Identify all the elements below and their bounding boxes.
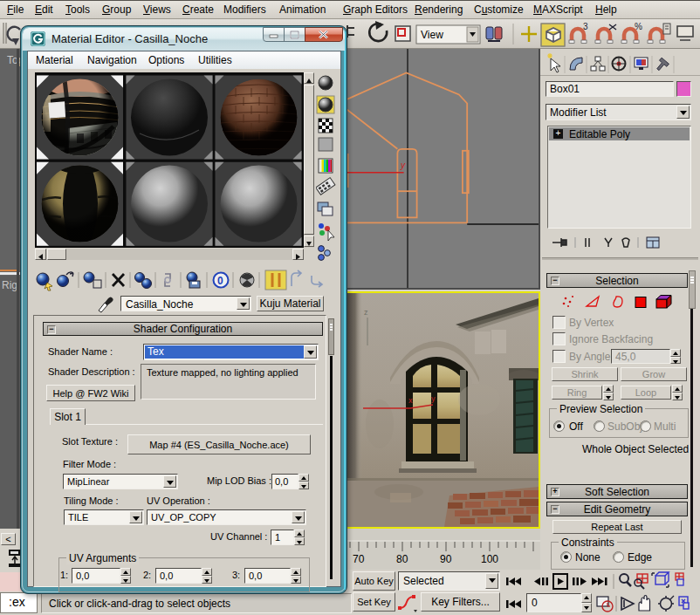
svg-text:%: % xyxy=(635,22,642,31)
svg-text:y: y xyxy=(400,161,406,170)
svg-text:90: 90 xyxy=(440,553,452,565)
svg-text:View: View xyxy=(421,29,443,41)
svg-text:70: 70 xyxy=(353,553,365,565)
svg-text:z: z xyxy=(364,308,368,317)
svg-text:x: x xyxy=(408,396,413,405)
svg-text:100: 100 xyxy=(481,553,498,565)
svg-text:3: 3 xyxy=(583,22,588,31)
svg-text:80: 80 xyxy=(396,553,408,565)
svg-text:0: 0 xyxy=(217,275,223,287)
svg-text:y: y xyxy=(431,394,436,403)
